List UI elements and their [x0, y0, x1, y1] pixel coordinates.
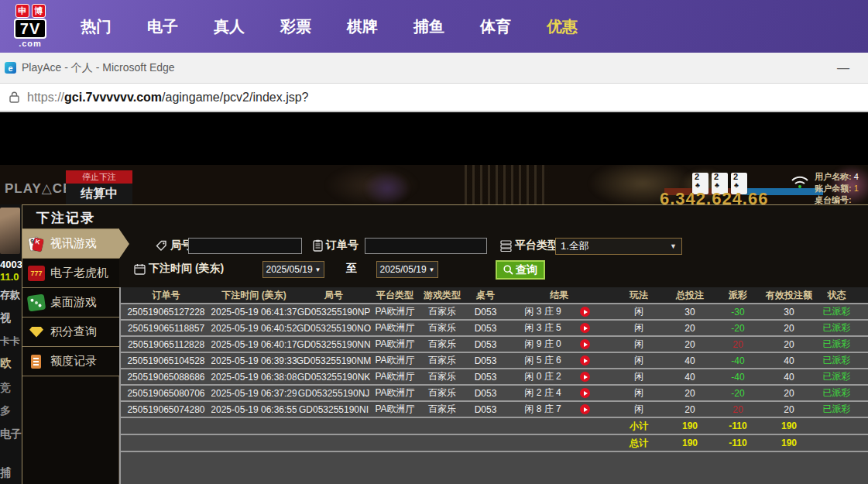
nav-item-board[interactable]: 棋牌	[347, 16, 378, 37]
nav-item-hot[interactable]: 热门	[81, 16, 112, 37]
replay-icon[interactable]	[580, 372, 590, 382]
cell-valid: 40	[761, 369, 817, 384]
sidebar-item-table-games[interactable]: 桌面游戏	[22, 288, 119, 318]
result-value: 闲 8 庄 7	[506, 403, 580, 416]
cell-valid: 20	[761, 321, 817, 335]
cell-play: 闲	[612, 386, 665, 400]
replay-icon[interactable]	[580, 355, 590, 366]
cell-payout: 20	[715, 402, 761, 417]
cell-status: 已派彩	[817, 402, 856, 417]
user-name-value: 4	[854, 172, 859, 181]
cell-platform: PA欧洲厅	[371, 321, 419, 335]
cell-status: 已派彩	[817, 304, 856, 319]
nav-item-lottery[interactable]: 彩票	[280, 16, 311, 37]
page-fragment: 存款	[0, 288, 20, 302]
replay-icon[interactable]	[580, 404, 590, 414]
cell-round: GD053255190NM	[297, 353, 371, 368]
sidebar-item-slot-machine[interactable]: 777电子老虎机	[22, 259, 119, 288]
jackpot-number: 6,342,624.66	[660, 189, 768, 204]
modal-sidebar: 视讯游戏777电子老虎机桌面游戏积分查询额度记录	[22, 228, 119, 484]
playace-logo: PLAY△CE	[5, 180, 72, 197]
nav-item-promo[interactable]: 优惠	[547, 16, 578, 37]
subtotal-row: 小计190-110190	[121, 418, 868, 435]
page-fragment: 卡卡	[0, 335, 20, 348]
cell-table: D053	[465, 304, 506, 319]
black-band	[0, 112, 868, 165]
nav-item-sports[interactable]: 体育	[480, 16, 511, 37]
video-bg-blob	[364, 171, 410, 204]
game-status-block: 停止下注 结算中	[66, 170, 132, 204]
sidebar-item-video-games[interactable]: 视讯游戏	[22, 229, 119, 259]
nav-item-live[interactable]: 真人	[214, 16, 245, 37]
cell-status: 已派彩	[817, 337, 856, 352]
cell-payout: -20	[715, 321, 761, 335]
result-value: 闲 9 庄 0	[506, 338, 580, 351]
cell-bet: 20	[665, 337, 715, 352]
cell-table: D053	[465, 337, 506, 352]
result-value: 闲 2 庄 4	[506, 386, 580, 400]
cell-result: 闲 3 庄 9	[506, 304, 612, 319]
site-logo[interactable]: 申 博 7V .com	[6, 4, 54, 50]
cell-time: 2025-05-19 06:37:29	[211, 386, 297, 400]
column-header: 桌号	[465, 287, 506, 303]
minimize-button[interactable]: —	[837, 61, 849, 75]
cell-game: 百家乐	[419, 386, 465, 400]
cell-empty	[506, 435, 612, 451]
sidebar-item-label: 电子老虎机	[50, 266, 108, 280]
date-from-select[interactable]: 2025/05/19▼	[262, 261, 324, 278]
cell-game: 百家乐	[419, 304, 465, 319]
platform-label: 平台类型	[500, 239, 558, 252]
replay-icon[interactable]	[580, 388, 590, 398]
logo-7v: 7V	[14, 19, 46, 39]
gem-icon	[28, 324, 45, 340]
cell-status: 已派彩	[817, 386, 856, 400]
cell-order: 250519065088686	[121, 369, 211, 384]
subtotal-row-payout: -110	[715, 418, 761, 434]
cell-round: GD053255190NJ	[297, 386, 371, 400]
cell-play: 闲	[612, 402, 665, 417]
table-header-row: 订单号下注时间 (美东)局号平台类型游戏类型桌号结果玩法总投注派彩有效投注额状态	[121, 287, 868, 304]
replay-icon[interactable]	[580, 323, 590, 333]
browser-urlbar[interactable]: https://gci.7vvvvvv.com/agingame/pcv2/in…	[0, 84, 868, 112]
avatar	[0, 208, 20, 254]
dice-icon	[27, 293, 46, 311]
nav-item-fishing[interactable]: 捕鱼	[413, 16, 444, 37]
subtotal-row-label: 小计	[612, 418, 665, 434]
page-fragment: 电子	[0, 427, 22, 441]
cell-round: GD053255190NP	[297, 304, 371, 319]
nav-item-slots[interactable]: 电子	[147, 16, 178, 37]
cell-platform: PA欧洲厅	[371, 353, 419, 368]
url-text[interactable]: https://gci.7vvvvvv.com/agingame/pcv2/in…	[27, 91, 309, 105]
live-video-strip: PLAY△CE 停止下注 结算中 2♣2♣2♣ 6,342,624.66 用户名…	[0, 165, 868, 204]
settling-text: 结算中	[66, 186, 132, 202]
window-title: PlayAce - 个人 - Microsoft Edge	[22, 61, 175, 75]
date-to-select[interactable]: 2025/05/19▼	[376, 261, 438, 278]
table-empty-area	[121, 452, 868, 484]
sidebar-item-quota-record[interactable]: 额度记录	[22, 347, 119, 376]
cell-result: 闲 8 庄 7	[506, 402, 612, 417]
cell-table: D053	[465, 353, 506, 368]
platform-select[interactable]: 1.全部▼	[555, 238, 682, 255]
replay-icon[interactable]	[580, 307, 590, 317]
balance-label: 账户余额:	[815, 184, 852, 193]
cell-status: 已派彩	[817, 321, 856, 335]
column-header: 有效投注额	[761, 287, 817, 303]
cell-round: GD053255190NO	[297, 321, 371, 335]
cell-result: 闲 5 庄 6	[506, 353, 612, 368]
cell-game: 百家乐	[419, 369, 465, 384]
order-input[interactable]	[365, 238, 487, 254]
cell-empty	[506, 418, 612, 434]
table-number-label: 桌台编号:	[815, 195, 852, 204]
cell-empty	[371, 435, 419, 451]
cell-table: D053	[465, 402, 506, 417]
cell-platform: PA欧洲厅	[371, 402, 419, 417]
logo-badge-shen: 申	[15, 4, 29, 18]
cell-empty	[465, 435, 506, 451]
column-header: 游戏类型	[419, 287, 465, 303]
replay-icon[interactable]	[580, 339, 590, 349]
url-path: /agingame/pcv2/index.jsp?	[162, 91, 308, 104]
round-input[interactable]	[188, 238, 302, 254]
cell-payout: -30	[715, 304, 761, 319]
query-button[interactable]: 查询	[496, 260, 545, 280]
sidebar-item-points-query[interactable]: 积分查询	[22, 318, 119, 347]
